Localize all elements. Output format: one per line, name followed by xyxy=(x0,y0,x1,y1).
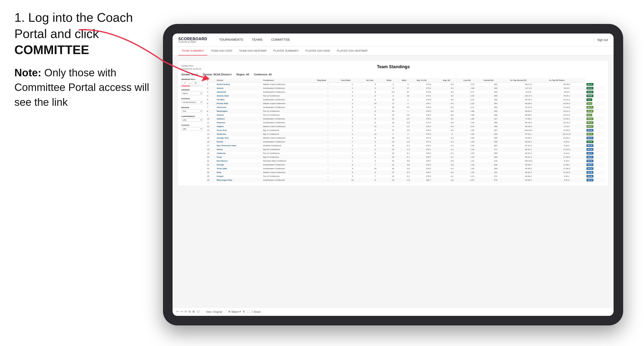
cell-wins: 4 xyxy=(401,102,415,106)
sub-nav-player-h2h-grid[interactable]: PLAYER H2H GRID xyxy=(302,46,334,55)
cell-reg-rank: – xyxy=(316,117,340,121)
cell-low-sg: 271 xyxy=(482,148,509,152)
cell-score: 89.11 xyxy=(585,83,605,86)
filter-conference: Conference: All xyxy=(254,73,272,76)
filter-region-select[interactable]: N/A ▾ xyxy=(182,109,203,113)
cell-conf-rank: 9 xyxy=(340,167,365,171)
cell-reg-rank: – xyxy=(316,140,340,144)
cell-score: 48.27 xyxy=(585,152,605,155)
cell-reg-rank: – xyxy=(316,152,340,155)
score-badge: 48.38 xyxy=(586,175,593,177)
table-row: 2 Auburn Southeastern Conference – 1 9 6… xyxy=(206,86,605,90)
cell-wins: 3.5 xyxy=(401,117,415,121)
cell-par: -6.0 xyxy=(442,109,462,113)
filter-min-rounds: Minimum Rou... – xyxy=(182,78,203,86)
cell-reg-rank: – xyxy=(316,144,340,148)
cell-vs-top: 30-4-0 xyxy=(548,86,585,90)
toolbar-paste[interactable]: ⊞ xyxy=(192,310,194,313)
cell-rank: 21 xyxy=(206,159,216,163)
cell-vs-top: 18-12-1 xyxy=(548,109,585,113)
toolbar-share[interactable]: ⤴ Share xyxy=(252,310,260,313)
toolbar-undo[interactable]: ↩ xyxy=(176,310,178,313)
cell-score: 87.21 xyxy=(585,86,605,90)
table-row: 1 North Carolina Atlantic Coast Conferen… xyxy=(206,83,605,86)
update-time-label: Update time: xyxy=(182,64,201,67)
toolbar-clock[interactable]: 🕐 xyxy=(196,310,200,313)
cell-par: -3.8 xyxy=(442,121,462,125)
filter-conference-select[interactable]: (All) ▾ xyxy=(182,118,203,122)
cell-conf-rank: 5 xyxy=(340,171,365,174)
cell-score: 85.88 xyxy=(585,94,605,98)
filter-division-select[interactable]: NCAA Division I ▾ xyxy=(182,101,203,104)
cell-overall: 88-17-0 xyxy=(509,83,548,86)
cell-overall: 109-24-2 xyxy=(509,159,548,163)
cell-rnds: 23 xyxy=(386,121,400,125)
cell-overall: 92-40-3 xyxy=(509,167,548,171)
cell-vs-top: 12-13-0 xyxy=(548,148,585,152)
cell-par: -4.6 xyxy=(442,113,462,117)
cell-conference: Southeastern Conference xyxy=(262,140,316,144)
toolbar-redo[interactable]: ↪ xyxy=(180,310,183,313)
col-rank: # xyxy=(206,78,216,83)
table-row: 7 Tennessee Southeastern Conference – 4 … xyxy=(206,106,605,109)
nav-items: TOURNAMENTS TEAMS COMMITTEE xyxy=(215,33,594,46)
filter-division: Division: NCAA Division I xyxy=(203,73,232,76)
update-time: Update time: 27/03/2024 16:56:26 xyxy=(182,64,201,70)
cell-conf-rank: 4 xyxy=(340,106,365,109)
toolbar-download[interactable]: ⬇ xyxy=(243,310,245,313)
cell-vs-top: 23-23-1 xyxy=(548,136,585,140)
sub-nav-player-h2h-heatmap[interactable]: PLAYER H2H HEATMAP xyxy=(334,46,371,55)
score-badge: 60.71 xyxy=(586,121,593,124)
score-badge: 87.21 xyxy=(586,87,593,89)
sub-nav-team-h2h-heatmap[interactable]: TEAM H2H HEATMAP xyxy=(236,46,270,55)
toolbar-fullscreen[interactable]: ⛶ xyxy=(247,310,250,313)
cell-avg-sg: 1.39 xyxy=(462,171,482,174)
cell-avg-sg: 2.11 xyxy=(462,106,482,109)
table-row: 13 Texas Tech Big 12 Conference – 1 9 27… xyxy=(206,129,605,132)
cell-avg-sg: 1.85 xyxy=(462,136,482,140)
filter-gender-select[interactable]: Men's ▾ xyxy=(182,92,203,95)
cell-adj: 278.1 xyxy=(415,144,442,148)
cell-wins: 4 xyxy=(401,83,415,86)
sub-nav-team-summary[interactable]: TEAM SUMMARY xyxy=(178,46,207,55)
sub-nav-team-h2h-grid[interactable]: TEAM H2H GRID xyxy=(207,46,236,55)
nav-item-teams[interactable]: TEAMS xyxy=(248,33,267,46)
sign-out-button[interactable]: Sign out xyxy=(597,38,608,42)
slider-fill xyxy=(182,86,190,86)
filter-max-input[interactable] xyxy=(192,81,199,85)
cell-rnds: 26 xyxy=(386,136,400,140)
score-badge: 85.88 xyxy=(586,95,593,97)
cell-conference: Pac-12 Conference xyxy=(262,113,316,117)
toolbar-refresh[interactable]: ↺ xyxy=(184,310,187,313)
toolbar-view[interactable]: View: Original xyxy=(206,310,222,313)
cell-school: North Carolina xyxy=(216,83,262,86)
nav-item-tournaments[interactable]: TOURNAMENTS xyxy=(215,33,248,46)
filter-min-input[interactable] xyxy=(182,81,188,85)
filter-school-select[interactable]: (All) ▾ xyxy=(182,127,203,131)
cell-avg-sg: 2.20 xyxy=(462,102,482,106)
cell-overall: 87-21-2 xyxy=(509,144,548,148)
nav-item-committee[interactable]: COMMITTEE xyxy=(267,33,294,46)
filter-region-label: Region xyxy=(182,107,203,109)
cell-avg-sg: 1.90 xyxy=(462,121,482,125)
col-vs-top-points: Vs Top 50 Points xyxy=(548,78,585,83)
col-wins: Wins xyxy=(401,78,415,83)
cell-wins: 27 xyxy=(401,86,415,90)
cell-rnds: 6.2 xyxy=(386,90,400,94)
standings-panel: Update time: 27/03/2024 16:56:26 Team St… xyxy=(177,60,609,186)
cell-conference: Southeastern Conference xyxy=(262,98,316,102)
cell-vs-top: 15-32-0 xyxy=(548,129,585,132)
cell-overall: 59-41-4 xyxy=(509,155,548,159)
cell-score: 48.38 xyxy=(585,174,605,178)
filter-gender: Gender: Men's xyxy=(182,73,198,76)
cell-adj: 277.5 xyxy=(415,140,442,144)
toolbar-watch[interactable]: 👁 Watch ▾ xyxy=(228,310,241,313)
cell-conference: Mountain West Conference xyxy=(262,159,316,163)
cell-overall: 117-4-0 xyxy=(509,86,548,90)
cell-score: 49.13 xyxy=(585,178,605,182)
cell-overall: 97-31-1 xyxy=(509,132,548,136)
cell-adj: 276.9 xyxy=(415,129,442,132)
toolbar-copy[interactable]: ⧉ xyxy=(188,310,190,313)
filter-conference-group: Conference (All) ▾ xyxy=(182,115,203,122)
sub-nav-player-summary[interactable]: PLAYER SUMMARY xyxy=(270,46,302,55)
